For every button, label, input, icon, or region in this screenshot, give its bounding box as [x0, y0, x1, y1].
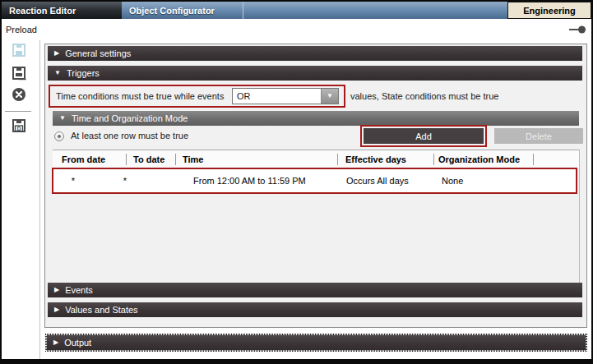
- radio-label: At least one row must be true: [71, 126, 188, 145]
- chevron-right-icon: ▶: [54, 287, 59, 293]
- column-separator: [175, 154, 176, 165]
- chevron-right-icon: ▶: [54, 306, 59, 313]
- toolbar-separator: [5, 111, 31, 112]
- pin-icon[interactable]: [568, 25, 586, 34]
- section-triggers[interactable]: ▼ Triggers: [48, 66, 582, 81]
- column-header-from-date: From date: [62, 150, 105, 168]
- radio-dot: [58, 135, 61, 138]
- save-icon[interactable]: [12, 43, 26, 58]
- section-general-settings[interactable]: ▶ General settings: [48, 46, 582, 61]
- titlebar-fill: [243, 2, 507, 19]
- section-label: General settings: [65, 48, 131, 58]
- column-separator: [533, 154, 534, 165]
- operator-value: OR: [237, 89, 251, 104]
- cell-effective-days: Occurs All days: [346, 169, 409, 192]
- section-label: Time and Organization Mode: [72, 113, 188, 123]
- tab-object-configurator[interactable]: Object Configurator: [122, 2, 243, 19]
- chevron-down-icon: ▼: [59, 115, 66, 122]
- trigger-condition-highlight: Time conditions must be true while event…: [49, 85, 345, 108]
- output-bar: ▶ Output: [46, 334, 586, 351]
- engineering-mode-button[interactable]: Engineering: [507, 2, 591, 19]
- table-header-row: From date To date Time Effective days Or…: [53, 150, 579, 168]
- tab-label: Reaction Editor: [9, 6, 76, 16]
- add-button[interactable]: Add: [364, 128, 484, 144]
- column-separator: [337, 154, 338, 165]
- cell-to-date: *: [117, 169, 133, 192]
- section-output[interactable]: ▶ Output: [45, 334, 587, 352]
- section-label: Triggers: [67, 68, 100, 78]
- chevron-right-icon: ▶: [53, 339, 58, 346]
- chevron-right-icon: ▶: [54, 50, 59, 57]
- table-right-border: [579, 150, 580, 283]
- reaction-editor-window: Reaction Editor Object Configurator Engi…: [0, 0, 593, 364]
- toolbar-vertical-separator: [39, 40, 40, 359]
- save-data-icon[interactable]: D: [12, 118, 26, 133]
- section-label: Events: [65, 285, 93, 295]
- column-header-effective-days: Effective days: [345, 150, 406, 168]
- condition-text-after: values, State conditions must be true: [350, 85, 498, 108]
- tab-reaction-editor[interactable]: Reaction Editor: [2, 2, 122, 19]
- chevron-down-icon: ▼: [54, 70, 61, 76]
- cell-organization-mode: None: [442, 169, 463, 192]
- object-header-row: Preload: [2, 19, 591, 40]
- operator-dropdown[interactable]: OR ▼: [232, 88, 339, 104]
- titlebar: Reaction Editor Object Configurator Engi…: [2, 2, 591, 19]
- section-events[interactable]: ▶ Events: [48, 283, 582, 297]
- at-least-one-row-radio[interactable]: [54, 131, 64, 141]
- cell-time: From 12:00 AM to 11:59 PM: [193, 169, 306, 192]
- cancel-icon[interactable]: [12, 87, 26, 102]
- editor-panel: ▶ General settings ▼ Triggers Time condi…: [44, 44, 587, 328]
- dropdown-arrow-icon: ▼: [321, 89, 338, 104]
- column-separator: [126, 154, 127, 165]
- section-time-and-organization-mode[interactable]: ▼ Time and Organization Mode: [53, 111, 579, 126]
- cell-from-date: *: [65, 169, 81, 192]
- column-header-organization-mode: Organization Mode: [438, 150, 520, 168]
- object-name-label: Preload: [6, 19, 37, 40]
- condition-text-before: Time conditions must be true while event…: [56, 86, 224, 106]
- add-button-highlight: Add: [360, 125, 487, 147]
- column-separator: [433, 154, 434, 165]
- save-as-icon[interactable]: [12, 66, 26, 81]
- column-header-to-date: To date: [133, 150, 164, 168]
- section-label: Output: [64, 338, 91, 348]
- section-label: Values and States: [65, 305, 137, 315]
- section-values-and-states[interactable]: ▶ Values and States: [48, 302, 582, 317]
- column-header-time: Time: [183, 150, 203, 168]
- delete-button[interactable]: Delete: [494, 128, 583, 144]
- table-row[interactable]: * * From 12:00 AM to 11:59 PM Occurs All…: [52, 168, 577, 194]
- save-data-badge: D: [17, 126, 21, 131]
- tab-label: Object Configurator: [129, 6, 215, 16]
